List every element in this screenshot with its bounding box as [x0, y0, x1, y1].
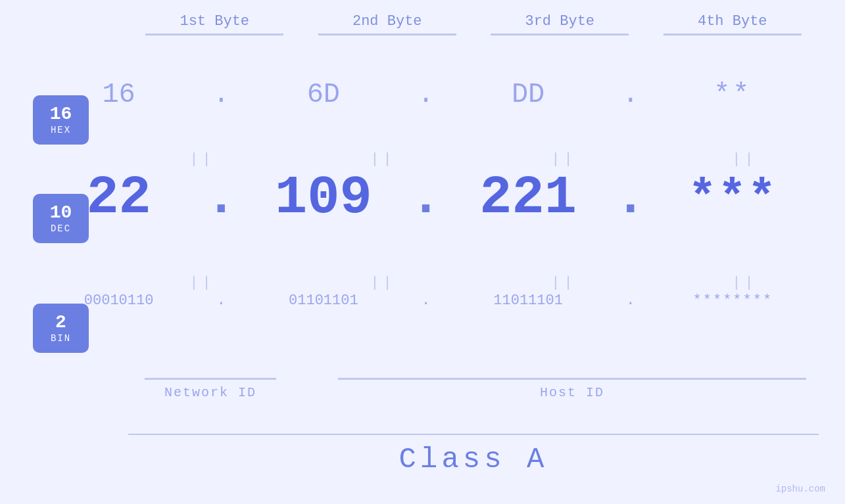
bin-dot-3: .: [614, 292, 647, 309]
network-id-section: Network ID: [128, 378, 293, 400]
hex-b1: 16: [33, 79, 205, 110]
bin-b3: 11011101: [443, 292, 614, 309]
bin-badge: 2 BIN: [33, 304, 89, 353]
hex-b4: **: [647, 79, 819, 110]
host-underline: [338, 378, 807, 380]
eq2-b2: ||: [309, 275, 457, 291]
eq2-b3: ||: [490, 275, 638, 291]
bin-b2: 01101101: [237, 292, 409, 309]
bottom-brackets-row: Network ID Host ID: [128, 378, 819, 400]
eq1-b4: ||: [671, 151, 819, 168]
eq2-b1: ||: [128, 275, 276, 291]
byte-header-4: 4th Byte: [646, 13, 819, 35]
hex-dot-1: .: [205, 79, 237, 110]
hex-dot-3: .: [614, 79, 647, 110]
hex-row: 16 . 6D . DD . **: [33, 79, 819, 110]
eq2-b4: ||: [671, 275, 819, 291]
bracket-1: [145, 34, 283, 35]
dec-dot-2: .: [410, 168, 443, 228]
eq1-b2: ||: [309, 151, 457, 168]
hex-b3: DD: [443, 79, 614, 110]
bin-b1: 00010110: [33, 292, 205, 309]
bin-b4: ********: [647, 292, 819, 309]
bracket-4: [664, 34, 802, 35]
network-underline: [145, 378, 276, 380]
dec-b3: 221: [443, 168, 614, 229]
equals-row-1: || || || ||: [128, 151, 819, 168]
dec-b2: 109: [237, 168, 409, 229]
dec-dot-1: .: [205, 168, 237, 228]
hex-b2: 6D: [237, 79, 409, 110]
host-id-label: Host ID: [540, 385, 604, 400]
class-label: Class A: [399, 443, 548, 476]
watermark: ipshu.com: [775, 484, 825, 494]
bracket-3: [491, 34, 629, 35]
bracket-2: [318, 34, 456, 35]
byte-headers-row: 1st Byte 2nd Byte 3rd Byte 4th Byte: [128, 13, 819, 35]
bin-dot-1: .: [205, 292, 237, 309]
host-id-section: Host ID: [326, 378, 819, 400]
dec-row: 22 . 109 . 221 . ***: [33, 168, 819, 229]
byte-header-1: 1st Byte: [128, 13, 301, 35]
dec-b4: ***: [647, 172, 819, 225]
dec-dot-3: .: [614, 168, 647, 228]
byte-header-2: 2nd Byte: [301, 13, 474, 35]
bin-row: 00010110 . 01101101 . 11011101 . *******…: [33, 292, 819, 309]
byte-header-3: 3rd Byte: [473, 13, 646, 35]
eq1-b1: ||: [128, 151, 276, 168]
dec-b1: 22: [33, 168, 205, 229]
hex-dot-2: .: [410, 79, 443, 110]
bin-dot-2: .: [410, 292, 443, 309]
network-id-label: Network ID: [164, 385, 256, 400]
page-container: 1st Byte 2nd Byte 3rd Byte 4th Byte 16 H…: [0, 0, 845, 504]
equals-row-2: || || || ||: [128, 275, 819, 291]
class-section: Class A: [128, 434, 819, 476]
eq1-b3: ||: [490, 151, 638, 168]
